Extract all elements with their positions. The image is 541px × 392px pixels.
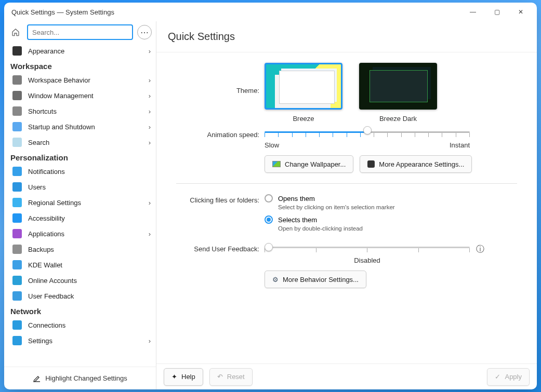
slider-slow-label: Slow	[265, 141, 279, 149]
highlight-changed-button[interactable]: Highlight Changed Settings	[4, 367, 156, 389]
divider	[176, 183, 517, 184]
home-button[interactable]	[8, 25, 23, 39]
nav-label: Appearance	[28, 47, 149, 55]
nav-icon	[11, 275, 23, 286]
settings-window: Quick Settings — System Settings — ▢ ✕ ⋯…	[4, 3, 537, 389]
gear-icon: ⚙	[272, 276, 279, 283]
sidebar-item-workspace-behavior[interactable]: Workspace Behavior›	[4, 72, 156, 88]
theme-preview-light	[265, 63, 342, 110]
theme-name: Breeze Dark	[379, 115, 417, 123]
clicking-label: Clicking files or folders:	[176, 194, 265, 204]
animation-slider[interactable]: Slow Instant	[265, 129, 470, 149]
nav-icon	[11, 335, 23, 346]
sidebar-item-search[interactable]: Search›	[4, 134, 156, 150]
help-icon: ✦	[171, 373, 177, 381]
change-wallpaper-button[interactable]: Change Wallpaper...	[265, 155, 353, 173]
nav-label: Shortcuts	[28, 107, 149, 115]
sidebar-item-backups[interactable]: Backups	[4, 241, 156, 257]
nav-label: Search	[28, 139, 149, 146]
nav-icon	[11, 290, 23, 302]
nav-label: Users	[28, 183, 151, 191]
sidebar-item-startup-and-shutdown[interactable]: Startup and Shutdown›	[4, 119, 156, 134]
chevron-right-icon: ›	[149, 123, 151, 131]
appearance-icon	[367, 160, 375, 168]
nav-icon	[11, 212, 23, 224]
sidebar-item-user-feedback[interactable]: User Feedback	[4, 288, 156, 304]
section-header: Network	[4, 304, 156, 317]
nav-icon	[11, 90, 23, 101]
sidebar-item-settings[interactable]: Settings›	[4, 333, 156, 348]
sidebar-item-online-accounts[interactable]: Online Accounts	[4, 273, 156, 288]
sidebar-item-users[interactable]: Users	[4, 179, 156, 195]
sidebar-item-appearance[interactable]: Appearance›	[4, 43, 156, 59]
nav-label: KDE Wallet	[28, 261, 151, 269]
feedback-slider[interactable]: Disabled	[265, 243, 470, 264]
nav-icon	[11, 137, 23, 148]
chevron-right-icon: ›	[149, 199, 151, 207]
animation-label: Animation speed:	[176, 129, 265, 139]
overflow-menu-button[interactable]: ⋯	[137, 25, 152, 39]
chevron-right-icon: ›	[149, 337, 151, 345]
radio-opens-them[interactable]: Opens them	[265, 194, 517, 202]
sidebar-item-regional-settings[interactable]: Regional Settings›	[4, 195, 156, 210]
radio-opens-sub: Select by clicking on item's selection m…	[278, 204, 517, 210]
sidebar-item-notifications[interactable]: Notifications	[4, 164, 156, 179]
sidebar-item-accessibility[interactable]: Accessibility	[4, 210, 156, 226]
nav-icon	[11, 105, 23, 117]
feedback-status: Disabled	[265, 256, 470, 264]
radio-selects-them[interactable]: Selects them	[265, 215, 517, 224]
wallpaper-icon	[272, 161, 281, 167]
feedback-label: Send User Feedback:	[176, 243, 265, 253]
nav-label: Applications	[28, 230, 149, 238]
nav-label: Workspace Behavior	[28, 76, 149, 84]
maximize-button[interactable]: ▢	[485, 4, 509, 20]
nav-label: Regional Settings	[28, 199, 149, 207]
radio-icon	[265, 194, 273, 202]
nav-icon	[11, 228, 23, 239]
nav-icon	[11, 319, 23, 331]
nav-icon	[11, 121, 23, 132]
nav-list[interactable]: Appearance›WorkspaceWorkspace Behavior›W…	[4, 43, 156, 367]
sidebar-item-shortcuts[interactable]: Shortcuts›	[4, 103, 156, 119]
search-input[interactable]	[27, 24, 133, 40]
undo-icon: ↶	[217, 373, 223, 381]
close-button[interactable]: ✕	[509, 4, 533, 20]
theme-option-breeze-dark[interactable]: Breeze Dark	[359, 63, 437, 123]
nav-label: Startup and Shutdown	[28, 123, 149, 131]
radio-selects-sub: Open by double-clicking instead	[278, 225, 517, 232]
window-title: Quick Settings — System Settings	[11, 8, 461, 16]
nav-label: Window Management	[28, 92, 149, 100]
chevron-right-icon: ›	[149, 139, 151, 146]
info-icon[interactable]: ⓘ	[476, 244, 484, 255]
nav-label: User Feedback	[28, 292, 151, 300]
nav-icon	[11, 45, 23, 57]
nav-label: Notifications	[28, 168, 151, 175]
sidebar-item-applications[interactable]: Applications›	[4, 226, 156, 241]
slider-instant-label: Instant	[450, 141, 470, 149]
more-appearance-button[interactable]: More Appearance Settings...	[360, 155, 472, 173]
more-behavior-button[interactable]: ⚙ More Behavior Settings...	[265, 271, 366, 288]
nav-icon	[11, 259, 23, 271]
section-header: Workspace	[4, 59, 156, 72]
sidebar-item-window-management[interactable]: Window Management›	[4, 88, 156, 103]
minimize-button[interactable]: —	[461, 4, 485, 20]
bottom-bar: ✦ Help ↶ Reset ✓ Apply	[156, 363, 537, 389]
nav-label: Settings	[28, 337, 149, 345]
nav-label: Backups	[28, 246, 151, 253]
sidebar-item-kde-wallet[interactable]: KDE Wallet	[4, 257, 156, 273]
chevron-right-icon: ›	[149, 107, 151, 115]
nav-icon	[11, 244, 23, 255]
reset-button[interactable]: ↶ Reset	[209, 368, 253, 386]
section-header: Personalization	[4, 150, 156, 164]
chevron-right-icon: ›	[149, 92, 151, 100]
nav-label: Accessibility	[28, 214, 151, 222]
chevron-right-icon: ›	[149, 76, 151, 84]
sidebar-item-connections[interactable]: Connections	[4, 317, 156, 333]
theme-name: Breeze	[293, 115, 314, 123]
nav-icon	[11, 74, 23, 86]
theme-option-breeze[interactable]: Breeze	[265, 63, 342, 123]
help-button[interactable]: ✦ Help	[164, 368, 203, 386]
apply-button[interactable]: ✓ Apply	[487, 368, 530, 386]
radio-icon	[265, 215, 273, 224]
highlight-changed-label: Highlight Changed Settings	[45, 374, 127, 382]
